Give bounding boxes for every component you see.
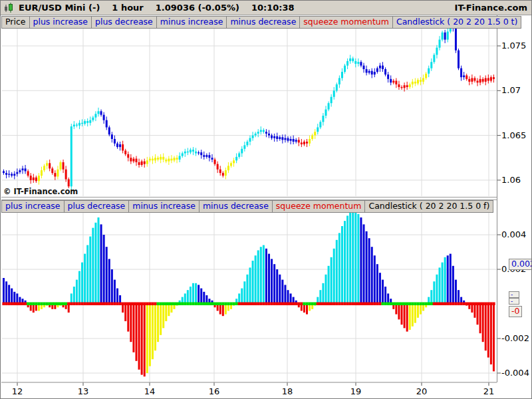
- candle-body: [192, 150, 194, 152]
- candle-body: [190, 150, 192, 152]
- candle-body: [116, 144, 118, 147]
- candle-body: [225, 170, 227, 176]
- squeeze-line-segment: [411, 303, 414, 306]
- candlestick-settings-button-2[interactable]: Candlestick ( 20 2 20 1.5 0 f): [364, 200, 493, 213]
- candle-body: [111, 134, 113, 139]
- squeeze-line-segment: [165, 303, 168, 306]
- candle-body: [490, 77, 492, 80]
- momentum-bar: [404, 304, 406, 328]
- momentum-bar: [354, 212, 356, 304]
- squeeze-line-segment: [360, 303, 362, 306]
- candle-body: [477, 80, 479, 82]
- candle-body: [5, 173, 7, 175]
- candle-body: [479, 79, 481, 82]
- candle-body: [260, 130, 262, 132]
- squeeze-line-segment: [362, 303, 365, 306]
- momentum-bar: [84, 254, 86, 304]
- candle-body: [455, 28, 457, 51]
- squeeze-line-segment: [441, 303, 444, 306]
- candle-body: [144, 162, 146, 164]
- candlestick-settings-button[interactable]: Candlestick ( 20 2 20 1.5 0 t): [392, 16, 521, 29]
- squeeze-line-segment: [468, 303, 471, 306]
- candle-body: [466, 75, 467, 78]
- momentum-bar: [398, 304, 400, 319]
- squeeze-momentum-button-2[interactable]: squeeze momentum: [272, 200, 366, 213]
- axis-label: 1.07: [501, 85, 521, 95]
- minus-decrease-button-2[interactable]: minus decrease: [199, 200, 273, 213]
- candle-body: [136, 159, 138, 162]
- candle-body: [70, 126, 72, 186]
- squeeze-line-segment: [40, 303, 43, 306]
- candle-body: [174, 158, 176, 160]
- plus-decrease-button[interactable]: plus decrease: [91, 16, 157, 29]
- squeeze-line-segment: [471, 303, 473, 306]
- squeeze-momentum-button[interactable]: squeeze momentum: [299, 16, 393, 29]
- momentum-bar: [203, 292, 205, 304]
- squeeze-line-segment: [97, 303, 100, 306]
- plus-decrease-button-2[interactable]: plus decrease: [64, 200, 130, 213]
- candle-body: [384, 69, 386, 74]
- momentum-bar: [243, 281, 245, 304]
- candle-body: [395, 80, 397, 84]
- candle-body: [176, 158, 178, 160]
- plus-increase-button[interactable]: plus increase: [29, 16, 92, 29]
- squeeze-line-segment: [265, 303, 267, 306]
- squeeze-line-segment: [481, 303, 484, 306]
- momentum-bar: [108, 259, 110, 304]
- squeeze-line-segment: [308, 303, 311, 306]
- price-button[interactable]: Price: [1, 16, 30, 29]
- candle-body: [273, 136, 275, 138]
- candle-body: [309, 139, 311, 144]
- axis-label: 18: [282, 386, 293, 396]
- plus-increase-button-2[interactable]: plus increase: [1, 200, 65, 213]
- squeeze-line-segment: [24, 303, 27, 306]
- series-value-badge-dash: -: [509, 298, 519, 305]
- momentum-bar: [455, 280, 457, 304]
- candle-body: [238, 154, 240, 157]
- squeeze-line-segment: [365, 303, 368, 306]
- momentum-bar: [86, 245, 88, 304]
- candle-body: [281, 137, 283, 140]
- candle-body: [363, 66, 365, 69]
- momentum-bar: [430, 290, 432, 304]
- squeeze-line-segment: [444, 303, 446, 306]
- squeeze-line-segment: [173, 303, 176, 306]
- minus-increase-button[interactable]: minus increase: [156, 16, 227, 29]
- momentum-bar: [157, 304, 159, 342]
- candle-body: [160, 157, 162, 160]
- axis-label: 14: [144, 386, 156, 396]
- squeeze-line-segment: [192, 303, 194, 306]
- candle-body: [222, 173, 224, 176]
- squeeze-line-segment: [184, 303, 186, 306]
- momentum-bar: [406, 304, 408, 332]
- candle-body: [154, 158, 156, 160]
- candle-body: [471, 78, 473, 81]
- candle-body: [63, 162, 65, 170]
- minus-increase-button-2[interactable]: minus increase: [128, 200, 200, 213]
- candle-body: [184, 152, 186, 154]
- candle-body: [382, 66, 384, 69]
- momentum-bar: [94, 223, 96, 304]
- candle-body: [132, 159, 134, 162]
- squeeze-line-segment: [59, 303, 62, 306]
- squeeze-line-segment: [276, 303, 279, 306]
- momentum-bar: [195, 283, 197, 304]
- momentum-bar: [89, 237, 91, 304]
- squeeze-line-segment: [403, 303, 406, 306]
- axis-label: 19: [350, 386, 362, 396]
- brand-label: IT-Finance.com: [455, 3, 527, 13]
- squeeze-line-segment: [284, 303, 287, 306]
- candle-body: [182, 154, 184, 156]
- squeeze-line-segment: [51, 303, 54, 306]
- momentum-bar: [98, 217, 100, 304]
- candle-body: [165, 160, 167, 162]
- momentum-bar: [81, 263, 83, 304]
- squeeze-line-segment: [487, 303, 489, 306]
- minus-decrease-button[interactable]: minus decrease: [226, 16, 300, 29]
- momentum-bar: [78, 271, 80, 304]
- squeeze-line-segment: [57, 303, 59, 306]
- squeeze-line-segment: [289, 303, 292, 306]
- candle-body: [303, 142, 305, 144]
- momentum-bar: [222, 304, 224, 316]
- squeeze-line-segment: [416, 303, 419, 306]
